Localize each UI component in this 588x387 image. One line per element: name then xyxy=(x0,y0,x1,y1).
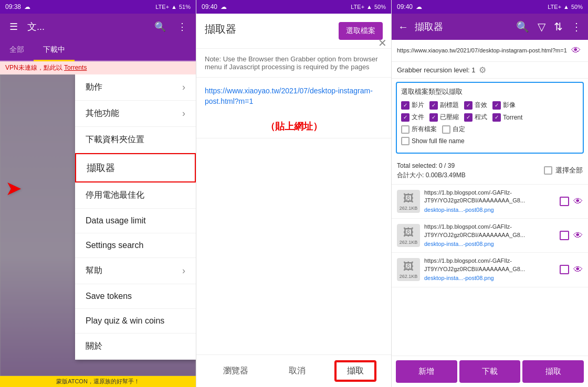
status-bar-2: 09:40 ☁ LTE+ ▲ 50% xyxy=(196,0,391,14)
status-bar-3: 09:40 ☁ LTE+ ▲ 50% xyxy=(392,0,588,14)
signal-2: ▲ xyxy=(366,4,372,10)
time-3: 09:40 xyxy=(397,3,413,10)
more-icon-1[interactable]: ⋮ xyxy=(174,18,191,35)
file-name-2: desktop-insta...-post08.png xyxy=(424,274,555,282)
menu-item-grabber[interactable]: 擷取器 xyxy=(75,153,196,182)
app-title-1: 文... xyxy=(27,20,146,33)
select-files-button[interactable]: 選取檔案 xyxy=(339,22,383,40)
download-button[interactable]: 下載 xyxy=(459,360,521,383)
grab-button-p3[interactable]: 擷取 xyxy=(522,360,584,383)
back-button[interactable]: ← xyxy=(396,19,411,35)
p3-bottom-bar: 新增 下載 擷取 xyxy=(392,356,588,387)
cb-compressed-check: ✓ xyxy=(429,113,438,122)
p3-search-icon[interactable]: 🔍 xyxy=(514,18,531,35)
cloud-icon-3: ☁ xyxy=(416,3,422,10)
cb-all-files[interactable]: 所有檔案 xyxy=(401,125,437,134)
battery-2: 50% xyxy=(374,4,386,10)
file-url-2: https://1.bp.blogspot.com/-GAFIlz-JT9Y/Y… xyxy=(424,257,555,273)
gear-icon[interactable]: ⚙ xyxy=(479,65,486,75)
grab-button[interactable]: 擷取 xyxy=(335,361,375,381)
file-thumbnail-0: 🖼 262.1KB xyxy=(397,190,420,213)
select-all-row[interactable]: 選擇全部 xyxy=(544,166,583,175)
eye-icon-2[interactable]: 👁 xyxy=(573,264,583,275)
eye-icon-1[interactable]: 👁 xyxy=(573,230,583,241)
cb-subtitle[interactable]: ✓ 副標題 xyxy=(429,101,459,110)
cb-video-check: ✓ xyxy=(401,101,410,110)
menu-icon[interactable]: ☰ xyxy=(5,18,22,35)
menu-item-help[interactable]: 幫助 › xyxy=(75,258,196,284)
red-arrow: ➤ xyxy=(5,177,22,200)
torrents-link[interactable]: Torrents xyxy=(64,64,87,71)
file-url-0: https://1.bp.blogspot.com/-GAFIlz-JT9Y/Y… xyxy=(424,189,555,205)
cb-show-full-name[interactable]: Show full file name xyxy=(401,137,465,145)
file-thumbnail-1: 🖼 262.1KB xyxy=(397,224,420,247)
p2-actions: 瀏覽器 取消 擷取 xyxy=(196,354,391,387)
filter-row-4: Show full file name xyxy=(401,137,579,145)
cloud-icon-2: ☁ xyxy=(220,3,227,10)
cb-torrent[interactable]: ✓ Torrent xyxy=(492,113,522,122)
menu-item-save-tokens[interactable]: Save tokens xyxy=(75,284,196,309)
file-checkbox-0[interactable] xyxy=(560,197,569,206)
status-bar-1: 09:38 ☁ LTE+ ▲ 51% xyxy=(0,0,196,14)
cb-all-files-check xyxy=(401,125,410,134)
tab-all[interactable]: 全部 xyxy=(0,40,34,61)
menu-item-data-usage[interactable]: Data usage limit xyxy=(75,209,196,233)
cb-image-check: ✓ xyxy=(492,101,501,110)
time-1: 09:38 xyxy=(5,3,21,10)
tab-downloading[interactable]: 下載中 xyxy=(34,40,75,61)
menu-item-quiz[interactable]: Play quiz & win coins xyxy=(75,309,196,334)
cancel-button[interactable]: 取消 xyxy=(278,361,316,381)
menu-item-battery[interactable]: 停用電池最佳化 xyxy=(75,182,196,209)
menu-item-settings-search[interactable]: Settings search xyxy=(75,233,196,258)
add-button[interactable]: 新增 xyxy=(396,360,457,383)
search-icon-1[interactable]: 🔍 xyxy=(152,18,169,35)
signal-3: ▲ xyxy=(563,4,569,10)
p3-eye-url-icon[interactable]: 👁 xyxy=(569,43,583,58)
p2-url: https://www.xiaoyao.tw/2021/07/desktop-i… xyxy=(205,86,383,106)
cb-custom-check xyxy=(442,125,450,134)
p3-file-list: 🖼 262.1KB https://1.bp.blogspot.com/-GAF… xyxy=(392,185,588,356)
cb-video[interactable]: ✓ 影片 xyxy=(401,101,424,110)
p2-spacer xyxy=(196,138,391,387)
cb-compressed[interactable]: ✓ 已壓縮 xyxy=(429,113,459,122)
lte-3: LTE+ xyxy=(548,4,561,10)
p3-filter-icon[interactable]: ▽ xyxy=(536,18,548,35)
p3-total-row: Total selected: 0 / 39 合計大小: 0.00B/3.49M… xyxy=(392,157,588,185)
p3-url-row: https://www.xiaoyao.tw/2021/07/desktop-i… xyxy=(392,40,588,62)
menu-item-folder[interactable]: 下載資料夾位置 xyxy=(75,127,196,153)
filter-row-3: 所有檔案 自定 xyxy=(401,125,579,134)
panel-3: 09:40 ☁ LTE+ ▲ 50% ← 擷取器 🔍 ▽ ⇅ ⋮ https:/… xyxy=(392,0,588,387)
menu-item-action[interactable]: 動作 › xyxy=(75,74,196,101)
cb-audio[interactable]: ✓ 音效 xyxy=(464,101,487,110)
cb-doc[interactable]: ✓ 文件 xyxy=(401,113,424,122)
cb-torrent-check: ✓ xyxy=(492,113,501,122)
cb-program[interactable]: ✓ 程式 xyxy=(464,113,487,122)
eye-icon-0[interactable]: 👁 xyxy=(573,196,583,207)
browser-button[interactable]: 瀏覽器 xyxy=(213,361,259,381)
cb-doc-check: ✓ xyxy=(401,113,410,122)
image-icon-1: 🖼 xyxy=(403,227,414,239)
p2-note: Note: Use the Browser then Grabber optio… xyxy=(196,49,391,77)
signal-1: ▲ xyxy=(171,4,177,10)
file-checkbox-1[interactable] xyxy=(560,231,569,240)
file-thumbnail-2: 🖼 262.1KB xyxy=(397,258,420,281)
p3-more-icon[interactable]: ⋮ xyxy=(569,18,584,35)
cb-image[interactable]: ✓ 影像 xyxy=(492,101,516,110)
cb-custom[interactable]: 自定 xyxy=(442,125,465,134)
menu-item-other[interactable]: 其他功能 › xyxy=(75,101,196,127)
cb-program-check: ✓ xyxy=(464,113,472,122)
content-area-1: ➤ 動作 › 其他功能 › 下載資料夾位置 擷取器 停用電池最佳化 Data u… xyxy=(0,74,196,376)
close-button-p2[interactable]: ✕ xyxy=(378,37,387,49)
p3-title: 擷取器 xyxy=(415,20,510,33)
p3-sort-icon[interactable]: ⇅ xyxy=(552,18,565,35)
select-all-checkbox[interactable] xyxy=(544,166,552,175)
file-url-1: https://1.bp.blogspot.com/-GAFIlz-JT9Y/Y… xyxy=(424,223,555,239)
filter-title: 選取檔案類型以擷取 xyxy=(401,87,579,96)
vpn-banner: VPN未連線，點此以 Torrents xyxy=(0,61,196,74)
filter-row-1: ✓ 影片 ✓ 副標題 ✓ 音效 ✓ 影像 xyxy=(401,101,579,110)
menu-item-about[interactable]: 關於 xyxy=(75,334,196,360)
p3-filter-box: 選取檔案類型以擷取 ✓ 影片 ✓ 副標題 ✓ 音效 ✓ 影像 ✓ xyxy=(396,82,584,154)
file-checkbox-2[interactable] xyxy=(560,265,569,274)
p2-url-area: https://www.xiaoyao.tw/2021/07/desktop-i… xyxy=(196,78,391,115)
p3-recursion-row: Grabber recursion level: 1 ⚙ xyxy=(392,62,588,79)
